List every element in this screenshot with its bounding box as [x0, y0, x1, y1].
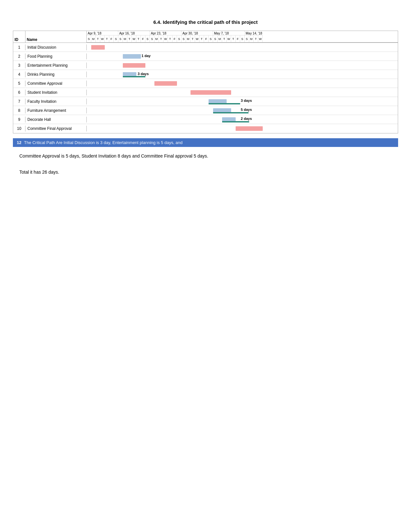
date-group-1: Apr 9, '18 S M T W T F S: [87, 31, 118, 42]
table-row: 8 Furniture Arrangement 5 days: [13, 106, 398, 115]
table-row: 3 Entertainment Planning: [13, 61, 398, 70]
date-group-3: Apr 23, '18 S M T W T F S: [150, 31, 181, 42]
gantt-header: ID Name Apr 9, '18 S M T W T F S: [13, 31, 398, 43]
header-chart: Apr 9, '18 S M T W T F S Apr 16, '18 S: [87, 31, 398, 43]
table-row: 9 Decorate Hall 2 days: [13, 115, 398, 124]
date-group-4: Apr 30, '18 S M T W T F S: [181, 31, 213, 42]
critical-path-number: 12: [17, 140, 21, 145]
table-row: 4 Drinks Planning 3 days: [13, 70, 398, 79]
date-group-6: May 14, '18 S M T W: [245, 31, 263, 42]
table-row: 7 Faculty Invitation 3 days: [13, 97, 398, 106]
critical-path-text: The Critical Path Are Initial Discussion…: [24, 140, 182, 145]
date-group-5: May 7, '18 S M T W T F S: [213, 31, 245, 42]
table-row: 2 Food Planning 1 day: [13, 52, 398, 61]
critical-path-bar: 12 The Critical Path Are Initial Discuss…: [13, 138, 398, 147]
section-title: 6.4. Identifying the critical path of th…: [13, 19, 398, 25]
table-row: 6 Student Invitation: [13, 88, 398, 97]
body-paragraph-1: Committee Approval is 5 days, Student In…: [13, 152, 398, 177]
header-name: Name: [25, 31, 87, 43]
header-id: ID: [13, 31, 25, 43]
table-row: 5 Committee Approval: [13, 79, 398, 88]
gantt-wrapper: ID Name Apr 9, '18 S M T W T F S: [13, 31, 398, 133]
table-row: 1 Initial Discussion: [13, 43, 398, 52]
table-row: 10 Committee Final Approval: [13, 124, 398, 133]
date-group-2: Apr 16, '18 S M T W T F S: [118, 31, 150, 42]
